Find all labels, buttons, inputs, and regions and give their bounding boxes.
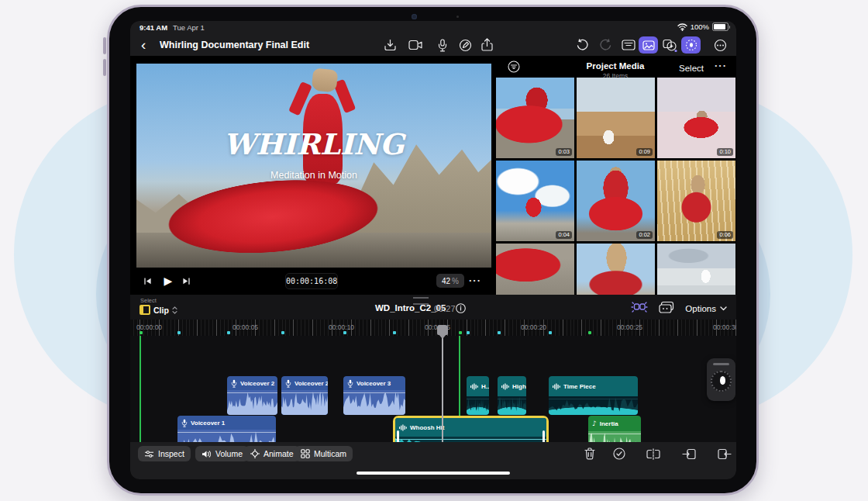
note-icon: ♪ — [592, 420, 597, 427]
redo-button[interactable] — [596, 36, 615, 54]
timeline-clip-inertia[interactable]: ♪Inertia — [588, 416, 641, 442]
timeline-clip-voiceover-2[interactable]: Voiceover 2 — [227, 376, 277, 415]
toolbar-divider — [188, 447, 189, 460]
effects-shapes-icon — [663, 39, 677, 52]
cyan-clip-marker — [393, 331, 396, 334]
timeline-clip-time-piece[interactable]: Time Piece — [549, 376, 638, 415]
mic-icon — [347, 379, 353, 388]
split-clip-button[interactable] — [646, 447, 661, 461]
trim-handle-left[interactable] — [397, 430, 399, 443]
import-button[interactable] — [381, 36, 399, 54]
media-browser-button[interactable] — [639, 36, 658, 54]
picture-in-picture-button[interactable] — [659, 301, 674, 316]
screen: 9:41 AM Tue Apr 1 100% ‹ Whirling Docume… — [130, 21, 736, 479]
media-thumbnail[interactable]: 0:03 — [496, 78, 574, 158]
clip-name: H... — [481, 383, 489, 390]
play-button[interactable]: ▶ — [160, 272, 177, 289]
media-thumbnail[interactable]: 0:10 — [657, 78, 735, 158]
media-more-button[interactable]: ··· — [715, 62, 727, 70]
inspect-button[interactable]: Inspect — [138, 446, 191, 461]
microphone-icon — [438, 39, 447, 52]
overwrite-clip-icon — [718, 448, 732, 460]
media-thumbnail[interactable] — [657, 244, 735, 295]
skip-forward-icon — [182, 277, 191, 285]
clip-name: Voiceover 3 — [356, 380, 391, 387]
green-clip-marker — [588, 331, 591, 334]
enable-clip-button[interactable] — [611, 447, 627, 461]
trim-handle-right[interactable] — [542, 430, 545, 443]
clip-duration-badge: 0:06 — [717, 231, 733, 239]
project-title[interactable]: Whirling Documentary Final Edit — [160, 40, 309, 50]
crossfade-overlay — [467, 396, 489, 415]
video-preview[interactable]: WHIRLING Meditation in Motion — [136, 64, 491, 268]
options-label: Options — [685, 304, 716, 313]
media-thumbnail[interactable]: 0:02 — [577, 161, 655, 241]
volume-up-button — [103, 37, 106, 54]
home-indicator[interactable] — [356, 472, 510, 475]
button-label: Animate — [264, 449, 294, 458]
overwrite-clip-button[interactable] — [717, 447, 732, 461]
clip-label: Voiceover 2 — [227, 376, 277, 390]
options-button[interactable]: Options — [685, 304, 727, 313]
back-button[interactable]: ‹ — [141, 35, 146, 55]
titles-button[interactable] — [619, 36, 638, 54]
timeline-clip-whoosh-hit[interactable]: Whoosh Hit — [393, 416, 549, 442]
transport-controls: ▶ 00:00:16:08 42 % ··· — [130, 268, 492, 295]
timeline-ruler[interactable]: 00:00:0000:00:0500:00:1000:00:1500:00:20… — [130, 320, 736, 337]
insert-clip-button[interactable] — [681, 447, 697, 461]
connect-clips-button[interactable] — [631, 301, 648, 316]
clip-waveform — [549, 396, 638, 415]
selected-clip-duration: 00:27 — [434, 304, 456, 313]
jog-wheel-toggle-button[interactable] — [681, 36, 701, 54]
viewer-more-button[interactable]: ··· — [467, 272, 484, 289]
app-toolbar: ‹ Whirling Documentary Final Edit — [130, 34, 736, 56]
cyan-clip-marker — [549, 331, 552, 334]
record-voiceover-button[interactable] — [433, 36, 452, 54]
cyan-clip-marker — [467, 331, 470, 334]
undo-button[interactable] — [573, 36, 591, 54]
effects-button[interactable] — [660, 36, 679, 54]
share-button[interactable] — [477, 36, 496, 54]
mic-icon — [231, 379, 237, 388]
clip-info-button[interactable] — [456, 302, 466, 316]
mic-icon — [181, 419, 188, 427]
playhead-handle[interactable] — [437, 325, 448, 335]
media-thumbnail[interactable]: 0:04 — [496, 161, 574, 241]
media-thumbnail[interactable] — [496, 244, 574, 295]
jog-drag-handle[interactable] — [713, 363, 729, 365]
timeline-clip-voiceover-3[interactable]: Voiceover 3 — [343, 376, 405, 415]
draw-button[interactable] — [456, 36, 474, 54]
timeline-clip-voiceover-2[interactable]: Voiceover 2 — [281, 376, 328, 415]
battery-percent: 100% — [691, 22, 709, 31]
jog-wheel-widget[interactable] — [707, 358, 735, 401]
wave-icon — [501, 383, 509, 390]
timeline-clip-h[interactable]: H... — [467, 376, 489, 415]
animate-button[interactable]: Animate — [244, 446, 300, 461]
previous-frame-button[interactable] — [139, 272, 156, 289]
jog-dial[interactable] — [711, 371, 732, 392]
volume-down-button — [103, 59, 106, 76]
record-video-button[interactable] — [406, 36, 425, 54]
select-button[interactable]: Select — [679, 64, 704, 73]
media-thumbnail[interactable] — [577, 244, 655, 295]
delete-button[interactable] — [582, 447, 598, 461]
clip-duration-badge: 0:03 — [556, 148, 572, 156]
trash-icon — [584, 447, 595, 460]
timeline-clip-high[interactable]: High... — [498, 376, 526, 415]
media-thumbnail[interactable]: 0:09 — [577, 78, 655, 158]
more-button[interactable] — [711, 36, 729, 54]
media-thumbnail[interactable]: 0:06 — [657, 161, 735, 241]
skip-back-icon — [143, 277, 152, 285]
timeline-clip-voiceover-1[interactable]: Voiceover 1 — [177, 416, 276, 442]
clip-name: Time Piece — [563, 383, 596, 390]
speaker-icon — [202, 450, 212, 458]
volume-button[interactable]: Volume — [195, 446, 249, 461]
clip-name: High... — [512, 383, 526, 390]
zoom-level-control[interactable]: 42 % — [436, 274, 464, 288]
playhead-line[interactable] — [442, 326, 443, 442]
ruler-timecode-label: 00:00:25 — [617, 323, 642, 331]
next-frame-button[interactable] — [177, 272, 195, 289]
timecode-display[interactable]: 00:00:16:08 — [285, 273, 338, 289]
clip-tool-selector[interactable]: Clip — [140, 305, 177, 315]
multicam-button[interactable]: Multicam — [294, 446, 353, 461]
